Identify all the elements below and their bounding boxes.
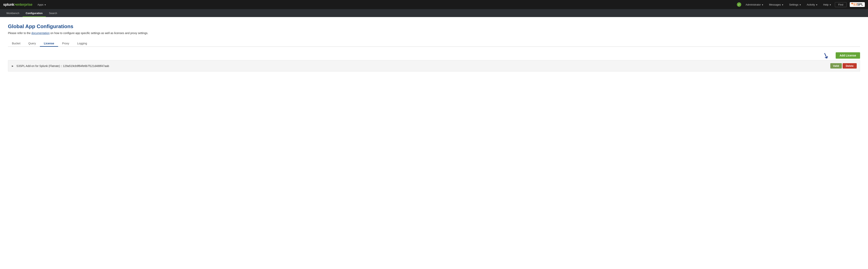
expand-icon[interactable]: ► — [11, 64, 14, 68]
secondary-nav-left: Workbench Configuration Search — [3, 9, 60, 17]
administrator-label: Administrator — [746, 3, 761, 6]
tab-bucket[interactable]: Bucket — [8, 40, 24, 46]
messages-label: Messages — [769, 3, 781, 6]
status-icon: ✓ — [737, 2, 741, 7]
license-actions: Valid Delete — [830, 63, 857, 69]
help-chevron-icon — [829, 3, 831, 6]
page-title: Global App Configurations — [8, 23, 860, 30]
splunk-text: splunk — [3, 3, 14, 6]
activity-menu[interactable]: Activity — [805, 0, 819, 9]
delete-button[interactable]: Delete — [843, 63, 857, 69]
tab-query[interactable]: Query — [24, 40, 40, 46]
badge-dot — [851, 3, 853, 4]
s3spl-logo-badge: S3 SPL — [850, 2, 865, 7]
apps-chevron-icon — [44, 3, 46, 6]
administrator-chevron-icon — [762, 3, 764, 6]
top-nav: splunk>enterprise Apps ✓ Administrator M… — [0, 0, 868, 9]
nav-configuration[interactable]: Configuration — [23, 9, 46, 17]
tab-proxy[interactable]: Proxy — [58, 40, 73, 46]
settings-label: Settings — [789, 3, 798, 6]
tabs: Bucket Query License Proxy Logging — [8, 40, 860, 47]
status-check: ✓ — [738, 3, 740, 6]
messages-menu[interactable]: Messages — [767, 0, 785, 9]
settings-menu[interactable]: Settings — [787, 0, 803, 9]
enterprise-text: enterprise — [16, 3, 32, 6]
nav-search[interactable]: Search — [46, 9, 60, 17]
tab-logging[interactable]: Logging — [73, 40, 91, 46]
find-button[interactable]: Find — [835, 2, 846, 7]
documentation-link[interactable]: documentation — [31, 32, 50, 35]
page-description: Please refer to the documentation on how… — [8, 32, 860, 35]
help-label: Help — [823, 3, 829, 6]
settings-chevron-icon — [799, 3, 801, 6]
main-content: Global App Configurations Please refer t… — [0, 17, 868, 78]
nav-workbench[interactable]: Workbench — [3, 9, 23, 17]
logo-area: splunk>enterprise — [3, 3, 32, 7]
valid-badge: Valid — [830, 63, 842, 69]
help-menu[interactable]: Help — [821, 0, 833, 9]
administrator-menu[interactable]: Administrator — [744, 0, 766, 9]
license-row: ► S3SPL Add-on for Splunk (Flatrate) :: … — [8, 60, 860, 71]
tab-license[interactable]: License — [40, 40, 58, 46]
description-suffix: on how to configure app specific setting… — [51, 32, 148, 35]
activity-label: Activity — [807, 3, 815, 6]
badge-spl: SPL — [857, 3, 863, 6]
splunk-logo: splunk>enterprise — [3, 3, 32, 7]
arrow-annotation: ↘ — [822, 51, 831, 60]
secondary-nav: Workbench Configuration Search — [0, 9, 868, 17]
license-text: S3SPL Add-on for Splunk (Flatrate) :: 12… — [17, 64, 830, 68]
messages-chevron-icon — [781, 3, 783, 6]
activity-chevron-icon — [816, 3, 817, 6]
apps-label: Apps — [37, 3, 43, 6]
apps-menu[interactable]: Apps — [35, 0, 48, 9]
add-license-button[interactable]: Add License — [836, 52, 860, 59]
greater-icon: > — [14, 3, 16, 6]
badge-s3: S3 — [853, 3, 857, 6]
description-prefix: Please refer to the — [8, 32, 31, 35]
